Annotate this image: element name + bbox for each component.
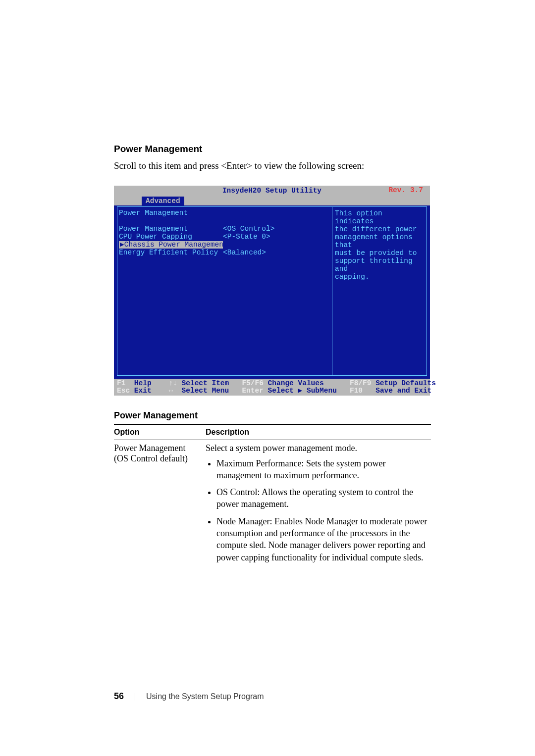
option-default: (OS Control default) xyxy=(114,454,188,463)
bios-screenshot: InsydeH20 Setup Utility Rev. 3.7 Advance… xyxy=(114,186,430,396)
bios-item-cpu-power-capping[interactable]: CPU Power Capping xyxy=(119,233,223,241)
bios-footer: F1 Help ↑↓ Select Item F5/F6 Change Valu… xyxy=(114,379,430,396)
bios-left-pane: Power Management Power Management <OS Co… xyxy=(119,209,327,257)
bios-help-text: This option indicates the different powe… xyxy=(335,209,425,281)
bios-key-f8f9: F8/F9 xyxy=(350,379,372,387)
option-name: Power Management xyxy=(114,443,185,453)
td-option: Power Management (OS Control default) xyxy=(114,440,206,568)
bios-help-pane: This option indicates the different powe… xyxy=(335,209,425,281)
bios-key-updown-label: Select Item xyxy=(182,379,229,387)
desc-lead: Select a system power management mode. xyxy=(206,443,428,454)
th-description: Description xyxy=(206,424,431,440)
bios-key-f10-label: Save and Exit xyxy=(375,387,431,395)
footer-text: Using the System Setup Program xyxy=(146,692,264,701)
th-option: Option xyxy=(114,424,206,440)
options-table: Option Description Power Management (OS … xyxy=(114,424,431,568)
bios-key-f5f6: F5/F6 xyxy=(242,379,264,387)
bios-divider xyxy=(332,206,332,376)
bios-value-energy-efficient-policy[interactable]: <Balanced> xyxy=(223,249,322,256)
bios-key-f8f9-label: Setup Defaults xyxy=(375,379,436,387)
bios-item-energy-efficient-policy[interactable]: Energy Efficient Policy xyxy=(119,249,223,256)
bios-key-updown: ↑↓ xyxy=(168,379,177,387)
td-description: Select a system power management mode. M… xyxy=(206,440,431,568)
table-row: Power Management (OS Control default) Se… xyxy=(114,440,431,568)
bios-value-cpu-power-capping[interactable]: <P-State 0> xyxy=(223,233,322,241)
bios-key-f5f6-label: Change Values xyxy=(268,379,324,387)
intro-text: Scroll to this item and press <Enter> to… xyxy=(114,159,448,173)
bios-rev: Rev. 3.7 xyxy=(388,187,423,194)
bios-key-f1: F1 xyxy=(117,379,125,387)
bios-item-power-management[interactable]: Power Management xyxy=(119,225,223,233)
bios-key-enter-label: Select ▶ SubMenu xyxy=(268,387,337,395)
desc-bullet: Node Manager: Enables Node Manager to mo… xyxy=(216,515,428,563)
desc-bullet: OS Control: Allows the operating system … xyxy=(216,486,428,510)
section-heading: Power Management xyxy=(114,144,448,154)
bios-title: InsydeH20 Setup Utility xyxy=(114,187,430,195)
bios-key-leftright: ↔ xyxy=(168,387,173,395)
bios-key-leftright-label: Select Menu xyxy=(182,387,229,395)
bios-key-enter: Enter xyxy=(242,387,264,395)
bios-heading: Power Management xyxy=(119,209,223,217)
table-title: Power Management xyxy=(114,410,448,421)
page-footer: 56 Using the System Setup Program xyxy=(114,691,264,702)
footer-separator xyxy=(135,693,135,701)
bios-titlebar: InsydeH20 Setup Utility Rev. 3.7 xyxy=(114,186,430,197)
desc-bullet: Maximum Performance: Sets the system pow… xyxy=(216,457,428,482)
bios-key-esc: Esc xyxy=(117,387,130,395)
bios-item-chassis-power-management[interactable]: ▶Chassis Power Management xyxy=(119,241,223,249)
page-number: 56 xyxy=(114,691,124,702)
bios-key-esc-label: Exit xyxy=(134,387,152,395)
bios-key-f1-label: Help xyxy=(134,379,152,387)
bios-key-f10: F10 xyxy=(350,387,363,395)
bios-value-power-management[interactable]: <OS Control> xyxy=(223,225,322,233)
bios-tab-advanced[interactable]: Advanced xyxy=(142,197,184,206)
